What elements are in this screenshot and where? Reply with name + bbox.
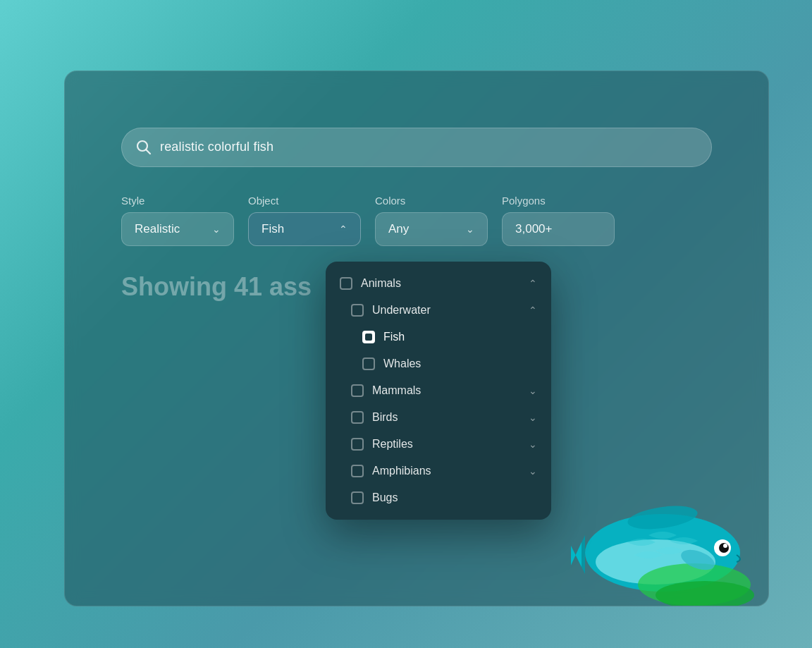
menu-item-fish[interactable]: Fish bbox=[326, 324, 551, 350]
style-dropdown-value: Realistic bbox=[135, 222, 205, 236]
colors-filter-label: Colors bbox=[375, 195, 488, 207]
colors-dropdown[interactable]: Any ⌄ bbox=[375, 212, 488, 246]
chevron-up-icon-animals: ⌃ bbox=[529, 278, 537, 289]
polygons-dropdown[interactable]: 3,000+ bbox=[502, 212, 615, 246]
fish-illustration bbox=[571, 451, 768, 606]
search-input-value: realistic colorful fish bbox=[160, 140, 273, 154]
menu-item-reptiles[interactable]: Reptiles ⌄ bbox=[326, 431, 551, 458]
object-filter-group: Object Fish ⌃ bbox=[248, 195, 361, 246]
checkbox-reptiles[interactable] bbox=[351, 438, 364, 451]
checkbox-amphibians[interactable] bbox=[351, 465, 364, 477]
chevron-down-icon-birds: ⌄ bbox=[529, 412, 537, 423]
menu-item-label-amphibians: Amphibians bbox=[372, 465, 520, 477]
checkbox-birds[interactable] bbox=[351, 411, 364, 424]
chevron-down-icon-colors: ⌄ bbox=[466, 224, 474, 235]
menu-item-label-reptiles: Reptiles bbox=[372, 438, 520, 451]
svg-marker-5 bbox=[571, 525, 582, 588]
menu-item-label-bugs: Bugs bbox=[372, 491, 537, 504]
menu-item-bugs[interactable]: Bugs bbox=[326, 484, 551, 511]
chevron-up-icon-underwater: ⌃ bbox=[529, 305, 537, 316]
colors-filter-group: Colors Any ⌄ bbox=[375, 195, 488, 246]
object-dropdown[interactable]: Fish ⌃ bbox=[248, 212, 361, 246]
chevron-down-icon-amphibians: ⌄ bbox=[529, 465, 537, 477]
app-window: realistic colorful fish Style Realistic … bbox=[64, 71, 769, 606]
chevron-down-icon: ⌄ bbox=[212, 224, 221, 235]
colors-dropdown-value: Any bbox=[388, 222, 459, 236]
checkbox-mammals[interactable] bbox=[351, 384, 364, 397]
chevron-up-icon: ⌃ bbox=[339, 224, 347, 235]
svg-point-9 bbox=[723, 544, 727, 548]
polygons-dropdown-value: 3,000+ bbox=[515, 222, 601, 236]
polygons-filter-label: Polygons bbox=[502, 195, 615, 207]
menu-item-underwater[interactable]: Underwater ⌃ bbox=[326, 297, 551, 324]
chevron-down-icon-reptiles: ⌄ bbox=[529, 439, 537, 450]
checkbox-animals[interactable] bbox=[340, 277, 352, 290]
menu-item-label-animals: Animals bbox=[361, 277, 520, 290]
style-filter-label: Style bbox=[121, 195, 234, 207]
menu-item-label-fish: Fish bbox=[383, 331, 537, 343]
checkbox-underwater[interactable] bbox=[351, 304, 364, 317]
polygons-filter-group: Polygons 3,000+ bbox=[502, 195, 615, 246]
filter-row: Style Realistic ⌄ Object Fish ⌃ Colors A… bbox=[121, 195, 615, 246]
showing-count-text: Showing 41 ass bbox=[121, 272, 312, 302]
menu-item-label-underwater: Underwater bbox=[372, 304, 520, 317]
svg-line-1 bbox=[147, 149, 151, 154]
chevron-down-icon-mammals: ⌄ bbox=[529, 385, 537, 396]
style-filter-group: Style Realistic ⌄ bbox=[121, 195, 234, 246]
checkbox-bugs[interactable] bbox=[351, 491, 364, 504]
menu-item-amphibians[interactable]: Amphibians ⌄ bbox=[326, 458, 551, 484]
menu-item-label-whales: Whales bbox=[383, 357, 537, 370]
object-dropdown-menu: Animals ⌃ Underwater ⌃ Fish Whales Mamma… bbox=[326, 262, 551, 520]
checkbox-fish[interactable] bbox=[362, 331, 375, 343]
menu-item-mammals[interactable]: Mammals ⌄ bbox=[326, 377, 551, 404]
menu-item-whales[interactable]: Whales bbox=[326, 350, 551, 377]
object-dropdown-value: Fish bbox=[262, 222, 332, 236]
menu-item-label-mammals: Mammals bbox=[372, 384, 520, 397]
search-bar[interactable]: realistic colorful fish bbox=[121, 128, 712, 167]
object-filter-label: Object bbox=[248, 195, 361, 207]
style-dropdown[interactable]: Realistic ⌄ bbox=[121, 212, 234, 246]
menu-item-label-birds: Birds bbox=[372, 411, 520, 424]
search-icon bbox=[136, 140, 152, 155]
menu-item-animals[interactable]: Animals ⌃ bbox=[326, 270, 551, 297]
menu-item-birds[interactable]: Birds ⌄ bbox=[326, 404, 551, 431]
checkbox-whales[interactable] bbox=[362, 357, 375, 370]
